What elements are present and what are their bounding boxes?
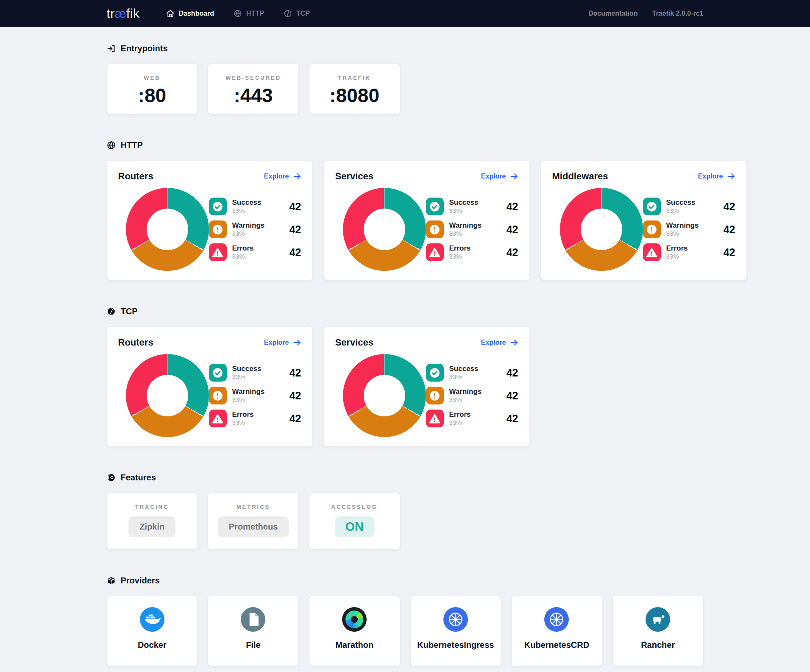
chart-legend: Success33% 42 Warnings33% 42 Errors33% 4… (209, 198, 301, 261)
tcp-routers-card: Routers Explore Success33% 42 Warn (107, 326, 313, 446)
legend-label: Success (666, 198, 696, 207)
warning-triangle-icon (426, 243, 444, 261)
legend-percent: 33% (449, 373, 479, 381)
explore-label: Explore (698, 173, 723, 180)
chart-legend: Success33% 42 Warnings33% 42 Errors33% 4… (643, 198, 735, 261)
logo-text: fik (126, 6, 140, 20)
legend-percent: 33% (666, 253, 688, 261)
donut-chart (343, 188, 426, 271)
nav-tcp[interactable]: TCP (284, 9, 310, 18)
legend-label: Errors (449, 244, 471, 253)
tcp-services-card: Services Explore Success33% 42 War (324, 326, 530, 446)
legend-row-success: Success33% 42 (209, 364, 301, 382)
legend-value: 42 (289, 390, 301, 402)
tcp-disc-icon (107, 307, 116, 316)
legend-label: Warnings (449, 221, 482, 230)
explore-link[interactable]: Explore (481, 338, 518, 347)
http-middlewares-card: Middlewares Explore Success33% 42 (541, 160, 747, 280)
legend-label: Errors (666, 244, 688, 253)
legend-row-warnings: Warnings33% 42 (209, 220, 301, 238)
globe-icon (234, 9, 242, 18)
explore-label: Explore (264, 339, 289, 346)
feature-label: METRICS (208, 504, 298, 510)
check-circle-icon (209, 198, 227, 215)
section-providers-header: Providers (107, 576, 704, 586)
explore-label: Explore (481, 339, 506, 346)
legend-percent: 33% (232, 373, 262, 381)
legend-value: 42 (724, 223, 735, 236)
donut-chart (126, 188, 209, 271)
nav-dashboard[interactable]: Dashboard (166, 9, 214, 18)
feature-label: ACCESSLOG (309, 504, 400, 510)
explore-link[interactable]: Explore (264, 172, 301, 181)
feature-card-accesslog: ACCESSLOG ON (309, 493, 400, 549)
donut-chart (126, 354, 209, 437)
traefik-logo[interactable]: træfik (107, 6, 140, 21)
login-icon (107, 44, 116, 53)
entrypoint-card-web: WEB :80 (107, 64, 198, 114)
feature-value-pill: Prometheus (218, 516, 289, 537)
legend-row-success: Success33% 42 (426, 364, 518, 382)
nav-http[interactable]: HTTP (234, 9, 264, 18)
exclamation-circle-icon (209, 387, 227, 404)
section-title: HTTP (121, 140, 143, 150)
arrow-right-icon (510, 172, 518, 181)
exclamation-circle-icon (426, 387, 444, 404)
http-grid: Routers Explore Success33% 42 Warn (107, 160, 704, 280)
nav-label: TCP (296, 10, 310, 17)
kubernetes-icon (443, 607, 468, 632)
check-circle-icon (426, 364, 444, 382)
legend-row-warnings: Warnings33% 42 (643, 220, 735, 238)
legend-label: Errors (232, 410, 254, 419)
section-tcp-header: TCP (107, 307, 704, 316)
legend-value: 42 (724, 246, 735, 259)
chart-legend: Success33% 42 Warnings33% 42 Errors33% 4… (426, 198, 518, 261)
card-title: Routers (118, 171, 153, 182)
explore-link[interactable]: Explore (481, 172, 518, 181)
rancher-icon (646, 607, 670, 632)
section-features-header: Features (107, 473, 704, 482)
legend-row-warnings: Warnings33% 42 (426, 387, 518, 404)
legend-percent: 33% (449, 396, 482, 404)
donut-chart (560, 188, 643, 271)
legend-row-errors: Errors33% 42 (209, 410, 301, 427)
legend-row-warnings: Warnings33% 42 (209, 387, 301, 404)
main-nav: Dashboard HTTP TCP (166, 9, 310, 18)
legend-value: 42 (507, 201, 518, 213)
provider-card-kubernetescrd: KubernetesCRD (511, 596, 602, 666)
dashboard-content: Entrypoints WEB :80 WEB-SECURED :443 TRA… (107, 44, 704, 672)
logo-accent: æ (115, 6, 126, 20)
provider-name: Rancher (613, 640, 703, 650)
legend-percent: 33% (232, 253, 254, 261)
legend-value: 42 (507, 367, 518, 379)
explore-link[interactable]: Explore (264, 338, 301, 347)
docker-icon (140, 607, 164, 632)
legend-value: 42 (507, 413, 518, 425)
arrow-right-icon (293, 172, 301, 181)
section-entrypoints-header: Entrypoints (107, 44, 704, 53)
legend-percent: 33% (449, 207, 479, 215)
legend-value: 42 (289, 413, 301, 425)
card-title: Middlewares (552, 171, 608, 182)
chart-legend: Success33% 42 Warnings33% 42 Errors33% 4… (209, 364, 301, 427)
card-title: Services (335, 337, 374, 348)
legend-row-success: Success33% 42 (426, 198, 518, 215)
check-circle-icon (209, 364, 227, 382)
package-icon (107, 576, 116, 585)
arrow-right-icon (293, 338, 301, 347)
legend-value: 42 (289, 223, 301, 236)
entrypoint-port: :443 (208, 84, 298, 107)
legend-row-errors: Errors33% 42 (209, 243, 301, 261)
documentation-link[interactable]: Documentation (588, 10, 637, 17)
legend-label: Success (449, 364, 479, 373)
entrypoint-label: WEB (107, 75, 198, 81)
entrypoint-card-web-secured: WEB-SECURED :443 (208, 64, 299, 114)
kubernetes-icon (544, 607, 569, 632)
provider-card-rancher: Rancher (612, 596, 704, 666)
feature-on-pill: ON (335, 516, 374, 537)
legend-percent: 33% (232, 396, 265, 404)
section-title: Features (121, 473, 156, 482)
features-grid: TRACING Zipkin METRICS Prometheus ACCESS… (107, 493, 704, 549)
legend-value: 42 (289, 201, 301, 213)
explore-link[interactable]: Explore (698, 172, 735, 181)
